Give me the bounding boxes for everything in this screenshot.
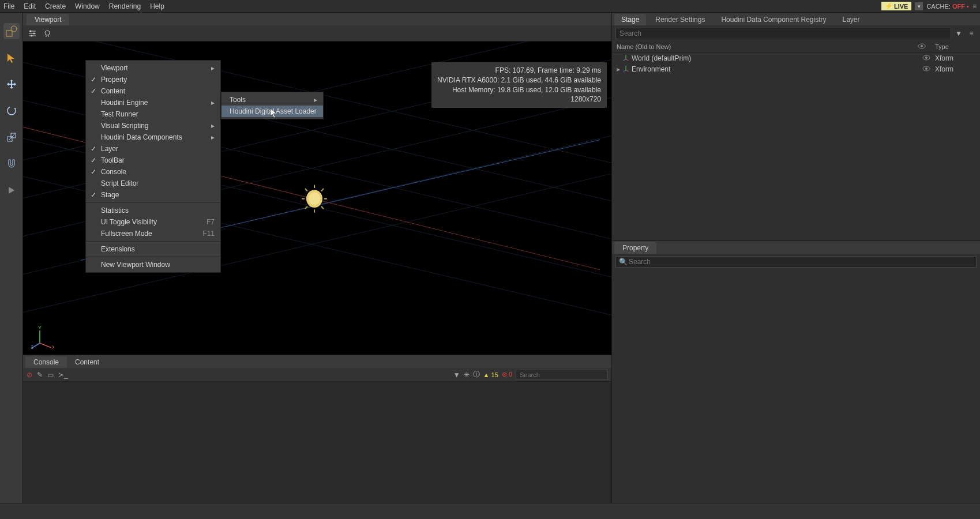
console-body[interactable]: [23, 382, 611, 503]
chevron-right-icon: ▸: [211, 99, 215, 107]
col-name-header[interactable]: Name (Old to New): [617, 43, 918, 50]
menu-item-label: Houdini Engine: [101, 99, 148, 107]
menu-item-label: New Viewport Window: [101, 261, 170, 269]
col-vis-header: [918, 43, 935, 50]
tab-content[interactable]: Content: [67, 356, 107, 368]
svg-point-11: [31, 35, 33, 36]
visibility-toggle[interactable]: [918, 54, 935, 62]
live-dropdown-icon[interactable]: ▾: [915, 2, 923, 10]
tool-move[interactable]: [3, 76, 20, 92]
visibility-toggle[interactable]: [918, 65, 935, 73]
menu-item[interactable]: UI Toggle VisibilityF7: [86, 216, 220, 228]
tab-property[interactable]: Property: [614, 242, 656, 254]
property-search-input[interactable]: [615, 256, 977, 268]
svg-point-12: [45, 31, 50, 35]
svg-line-36: [321, 206, 324, 209]
menu-item[interactable]: Houdini Engine▸: [86, 97, 220, 108]
error-icon: ⊗: [502, 371, 507, 378]
tool-snap[interactable]: [3, 156, 20, 172]
svg-text:X: X: [52, 344, 54, 349]
tab-stage[interactable]: Stage: [614, 14, 646, 25]
menu-file[interactable]: File: [3, 2, 14, 10]
viewport-light-icon[interactable]: [42, 28, 53, 39]
menu-item[interactable]: Tools▸: [221, 94, 323, 106]
menu-item[interactable]: Fullscreen ModeF11: [86, 228, 220, 239]
menu-create[interactable]: Create: [45, 2, 66, 10]
menu-item[interactable]: ✓Content: [86, 85, 220, 97]
col-type-header[interactable]: Type: [935, 43, 975, 50]
filter-icon[interactable]: ▼: [453, 371, 460, 379]
xform-icon: [622, 54, 629, 62]
viewport-settings-icon[interactable]: [27, 28, 38, 39]
menu-item-label: Property: [101, 76, 127, 84]
menu-item[interactable]: Extensions: [86, 243, 220, 255]
menu-item[interactable]: ✓Stage: [86, 189, 220, 201]
tab-layer[interactable]: Layer: [836, 14, 867, 25]
tree-row[interactable]: World (defaultPrim)Xform: [612, 52, 980, 63]
svg-line-52: [623, 70, 626, 72]
info-icon[interactable]: ⓘ: [473, 370, 480, 379]
tree-row[interactable]: ▸EnvironmentXform: [612, 63, 980, 74]
menubar-left: File Edit Create Window Rendering Help: [3, 2, 164, 10]
live-label: LIVE: [894, 3, 908, 10]
magnet-icon: [6, 159, 17, 169]
menu-rendering[interactable]: Rendering: [109, 2, 141, 10]
stage-filter-icon[interactable]: ▼: [953, 28, 964, 39]
scale-icon: [6, 132, 17, 142]
xform-icon: [622, 65, 629, 73]
menu-item[interactable]: Visual Scripting▸: [86, 120, 220, 131]
menu-help[interactable]: Help: [150, 2, 164, 10]
console-clear-icon[interactable]: ⊘: [27, 371, 32, 379]
menu-item-label: Viewport: [101, 64, 127, 72]
axis-gizmo: Y X Z: [31, 326, 54, 349]
menu-item[interactable]: Statistics: [86, 205, 220, 216]
menu-item[interactable]: Test Runner: [86, 108, 220, 120]
menu-item[interactable]: Houdini Data Components▸: [86, 131, 220, 143]
menu-item[interactable]: Script Editor: [86, 178, 220, 189]
menu-item-label: Visual Scripting: [101, 122, 149, 130]
console-search-input[interactable]: [516, 370, 608, 380]
tab-render-settings[interactable]: Render Settings: [648, 14, 712, 25]
svg-point-9: [30, 30, 32, 32]
stage-search-input[interactable]: [615, 28, 951, 39]
tab-console[interactable]: Console: [25, 356, 67, 368]
menu-item[interactable]: ✓ToolBar: [86, 155, 220, 166]
menu-item[interactable]: ✓Layer: [86, 143, 220, 155]
tool-rotate[interactable]: [3, 103, 20, 119]
console-tabs: Console Content: [23, 355, 611, 368]
menu-item-label: ToolBar: [101, 156, 125, 164]
star-icon[interactable]: ✳: [464, 371, 470, 379]
tool-play[interactable]: [3, 182, 20, 198]
property-panel: Property 🔍: [612, 240, 980, 503]
menu-window[interactable]: Window: [75, 2, 100, 10]
menu-item[interactable]: Viewport▸: [86, 62, 220, 74]
stage-options-icon[interactable]: ≡: [966, 28, 977, 39]
svg-point-2: [7, 107, 16, 115]
expand-icon[interactable]: ▸: [617, 65, 622, 73]
viewport-tabbar: Viewport: [23, 13, 611, 25]
live-badge[interactable]: ⚡ LIVE: [881, 2, 911, 10]
tab-viewport[interactable]: Viewport: [27, 14, 69, 25]
menu-item-label: Fullscreen Mode: [101, 230, 152, 238]
menu-item[interactable]: ✓Console: [86, 166, 220, 178]
cache-value: OFF: [952, 3, 965, 10]
svg-line-5: [9, 134, 14, 140]
svg-line-47: [623, 59, 626, 61]
svg-text:Y: Y: [38, 326, 42, 330]
console-edit-icon[interactable]: ✎: [37, 371, 43, 379]
warn-count: ▲ 15: [483, 371, 498, 378]
hamburger-icon[interactable]: ≡: [973, 2, 977, 10]
menu-item[interactable]: New Viewport Window: [86, 259, 220, 270]
tab-houdini-registry[interactable]: Houdini Data Component Registry: [714, 14, 833, 25]
svg-line-34: [321, 189, 324, 191]
viewport[interactable]: FPS: 107.69, Frame time: 9.29 ms NVIDIA …: [23, 42, 611, 355]
tool-scale[interactable]: [3, 129, 20, 145]
console-folder-icon[interactable]: ▭: [47, 371, 54, 379]
menu-edit[interactable]: Edit: [24, 2, 36, 10]
save-icon[interactable]: ▪: [967, 3, 969, 10]
tool-select[interactable]: [3, 50, 20, 66]
tool-object-mode[interactable]: [3, 23, 20, 39]
console-terminal-icon[interactable]: ≻_: [58, 371, 68, 379]
menu-item[interactable]: ✓Property: [86, 74, 220, 85]
menu-item-label: Statistics: [101, 206, 129, 215]
